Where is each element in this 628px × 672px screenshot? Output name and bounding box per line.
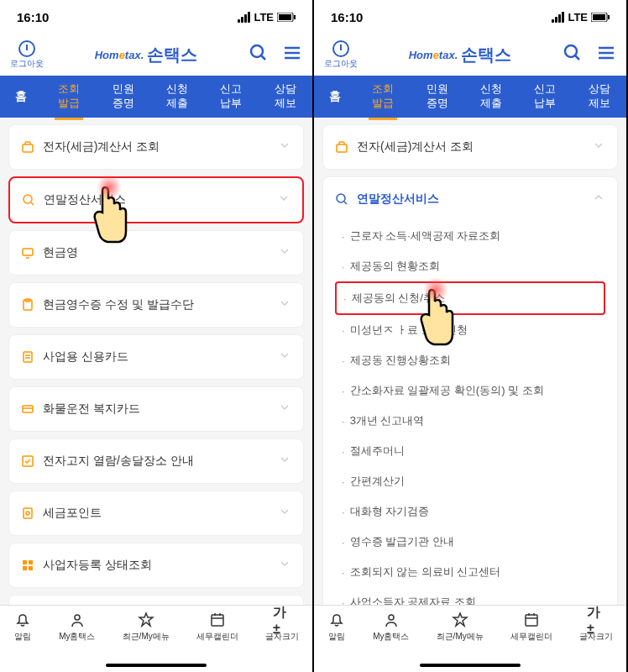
status-bar: 16:10 LTE [0, 0, 312, 34]
sub-item-1[interactable]: 제공동의 현황조회 [335, 251, 605, 281]
svg-rect-23 [23, 560, 27, 564]
menu-icon[interactable] [596, 43, 616, 66]
chevron-down-icon [592, 139, 605, 155]
item-label: 연말정산서비스 [357, 192, 439, 207]
sub-item-6[interactable]: 3개년 신고내역 [335, 406, 605, 436]
list-item-7[interactable]: 세금포인트 [8, 491, 304, 536]
tab-item-4[interactable]: 상담제보 [585, 82, 614, 111]
menu-icon[interactable] [282, 43, 302, 66]
tab-item-4[interactable]: 상담제보 [271, 82, 300, 111]
logout-button[interactable]: 로그아웃 [324, 40, 358, 70]
grid-icon [21, 559, 34, 572]
logout-label: 로그아웃 [10, 58, 44, 70]
nav-calendar[interactable]: 세무캘린더 [196, 611, 238, 643]
search-icon [335, 192, 348, 206]
person-icon [68, 611, 86, 629]
tab-home[interactable]: 홈 [0, 89, 42, 104]
chevron-down-icon [278, 244, 291, 261]
chevron-down-icon [278, 139, 291, 155]
content-right[interactable]: 전자(세금)계산서 조회연말정산서비스근로자 소득·세액공제 자료조회제공동의 … [314, 118, 626, 605]
svg-rect-21 [24, 508, 32, 518]
list-item-5[interactable]: 화물운전 복지카드 [8, 386, 304, 432]
signal-icon [552, 12, 564, 23]
svg-point-43 [389, 615, 394, 620]
sub-item-11[interactable]: 조회되지 않는 의료비 신고센터 [335, 557, 605, 587]
list-item-3[interactable]: 현금영수증 수정 및 발급수단 [8, 282, 304, 328]
nav-person[interactable]: My홈택스 [373, 611, 409, 643]
list-item-2[interactable]: 현금영 [8, 230, 304, 276]
sub-item-3[interactable]: 미성년ㅈ ㅏ료 조회 신청 [335, 315, 605, 345]
calendar-icon [522, 611, 541, 629]
list-item-4[interactable]: 사업용 신용카드 [8, 334, 304, 380]
search-icon[interactable] [249, 43, 269, 66]
chevron-down-icon [278, 453, 291, 470]
tab-item-0[interactable]: 조회발급 [55, 82, 83, 111]
expanded-header[interactable]: 연말정산서비스 [323, 177, 617, 221]
chevron-down-icon [277, 192, 290, 208]
tab-item-3[interactable]: 신고납부 [217, 82, 245, 111]
clipboard-icon [21, 298, 34, 312]
list-item-9[interactable]: 기타조회 [8, 595, 304, 605]
list-item-0[interactable]: 전자(세금)계산서 조회 [8, 124, 304, 170]
nav-text[interactable]: 가±글자크기 [265, 611, 299, 643]
hand-pointer-icon [84, 183, 134, 250]
svg-rect-34 [608, 15, 610, 19]
chevron-down-icon [278, 505, 291, 522]
sub-item-0[interactable]: 근로자 소득·세액공제 자료조회 [335, 221, 605, 251]
sub-item-10[interactable]: 영수증 발급기관 안내 [335, 527, 605, 557]
power-icon [332, 40, 349, 57]
sub-item-7[interactable]: 절세주머니 [335, 436, 605, 466]
svg-point-27 [75, 615, 80, 620]
svg-rect-11 [23, 249, 33, 255]
nav-star[interactable]: 최근/My메뉴 [123, 611, 170, 643]
nav-person[interactable]: My홈택스 [59, 611, 95, 643]
sub-item-2[interactable]: 제공동의 신청/취소 [335, 281, 605, 315]
sub-item-5[interactable]: 간소화자료 일괄제공 확인(동의) 및 조회 [335, 375, 605, 406]
list-item-8[interactable]: 사업자등록 상태조회 [8, 543, 304, 588]
logo[interactable]: Hometax. 손택스 [95, 44, 198, 66]
item-label: 화물운전 복지카드 [43, 402, 140, 417]
tab-item-2[interactable]: 신청제출 [477, 82, 505, 111]
list-item-0[interactable]: 전자(세금)계산서 조회 [322, 124, 618, 170]
tab-item-1[interactable]: 민원증명 [423, 82, 452, 111]
tab-bar: 홈 조회발급민원증명신청제출신고납부상담제보 [314, 76, 626, 118]
nav-star[interactable]: 최근/My메뉴 [437, 611, 484, 643]
content-left[interactable]: 전자(세금)계산서 조회연말정산서비스현금영현금영수증 수정 및 발급수단사업용… [0, 118, 312, 605]
sub-item-12[interactable]: 사업소득자 공제자료 조회 [335, 587, 605, 605]
search-icon[interactable] [563, 43, 583, 66]
nav-text[interactable]: 가±글자크기 [579, 611, 613, 643]
nav-label: 알림 [14, 631, 31, 643]
item-label: 전자(세금)계산서 조회 [43, 139, 160, 155]
sub-item-4[interactable]: 제공동 진행상황조회 [335, 345, 605, 375]
tab-item-2[interactable]: 신청제출 [163, 82, 191, 111]
text-icon: 가± [273, 611, 291, 629]
svg-line-36 [575, 55, 579, 60]
item-label: 사업자등록 상태조회 [43, 558, 152, 573]
svg-point-9 [24, 195, 32, 203]
sub-item-8[interactable]: 간편계산기 [335, 466, 605, 496]
sub-item-9[interactable]: 대화형 자기검증 [335, 496, 605, 527]
tab-item-0[interactable]: 조회발급 [369, 82, 397, 111]
logo[interactable]: Hometax. 손택스 [409, 44, 512, 66]
bell-icon [13, 611, 32, 629]
phone-right: 16:10 LTE 로그아웃 Hometax. 손택스 홈 조회발급민원증명신청… [314, 0, 628, 672]
nav-label: 글자크기 [265, 631, 299, 643]
monitor-icon [21, 246, 34, 260]
nav-label: My홈택스 [59, 631, 95, 643]
item-label: 세금포인트 [43, 506, 102, 521]
calendar-icon [208, 611, 227, 629]
nav-bell[interactable]: 알림 [327, 611, 346, 643]
nav-calendar[interactable]: 세무캘린더 [510, 611, 552, 643]
tab-item-1[interactable]: 민원증명 [109, 82, 138, 111]
item-label: 현금영 [43, 245, 78, 260]
logout-button[interactable]: 로그아웃 [10, 40, 44, 70]
star-icon [137, 611, 155, 629]
svg-rect-33 [593, 14, 605, 20]
svg-rect-24 [29, 560, 33, 564]
nav-label: 세무캘린더 [510, 631, 552, 643]
list-item-6[interactable]: 전자고지 열람/송달장소 안내 [8, 438, 304, 484]
list-item-1[interactable]: 연말정산서비스 [8, 176, 304, 223]
nav-bell[interactable]: 알림 [13, 611, 32, 643]
tab-home[interactable]: 홈 [314, 89, 356, 104]
tab-item-3[interactable]: 신고납부 [531, 82, 559, 111]
